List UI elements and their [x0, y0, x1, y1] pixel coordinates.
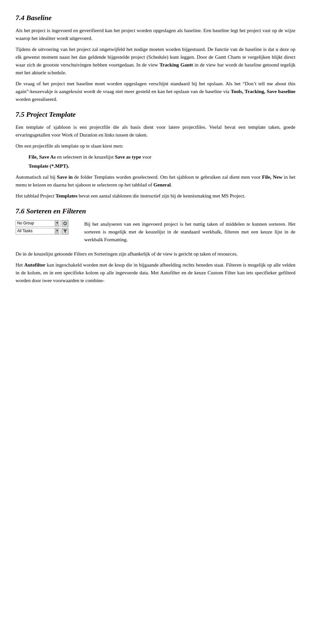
no-group-dropdown-arrow[interactable]: ▼ [55, 221, 59, 226]
s75-para2: Om een projectfile als template op te sl… [16, 142, 295, 150]
indent-block-template: File, Save As en selecteert in de keuzel… [29, 153, 295, 170]
s76-para3: Het Autofilter kan ingeschakeld worden m… [16, 261, 295, 284]
no-group-label: No Group [17, 220, 55, 226]
s76-para2: De in de keuzelijst getoonde Filters en … [16, 250, 295, 258]
plus-icon [63, 221, 67, 225]
no-group-combobox[interactable]: No Group ▼ [16, 220, 61, 227]
funnel-icon [63, 229, 67, 233]
all-tasks-combobox[interactable]: All Tasks ▼ [16, 228, 61, 234]
tracking-gantt-label: Tracking Gantt [159, 62, 193, 67]
tools-tracking-save-label: Tools, Tracking, Save baseline [231, 89, 295, 94]
section-75-heading: 7.5 Project Template [16, 109, 295, 120]
no-group-row: No Group ▼ [16, 220, 80, 227]
all-tasks-row: All Tasks ▼ [16, 228, 80, 234]
no-group-add-button[interactable] [62, 220, 68, 227]
grouped-section-76: No Group ▼ All Tasks ▼ [16, 220, 295, 247]
filter-icon-button[interactable] [62, 228, 68, 234]
section-76-heading: 7.6 Sorteren en Filteren [16, 206, 295, 217]
s75-para1: Een template of sjabloon is een projectf… [16, 123, 295, 139]
indent-line2: Template (*.MPT). [29, 162, 295, 170]
all-tasks-dropdown-arrow[interactable]: ▼ [55, 228, 59, 234]
s75-para4: Het tabblad Project Templates bevat een … [16, 192, 295, 200]
svg-marker-3 [63, 230, 67, 233]
indent-line1: File, Save As en selecteert in de keuzel… [29, 153, 295, 161]
s74-para3: De vraag of het project met baseline moe… [16, 80, 295, 103]
section-74-heading: 7.4 Baseline [16, 12, 295, 23]
s74-para1: Als het project is ingevoerd en geverifi… [16, 27, 295, 42]
all-tasks-label: All Tasks [17, 228, 55, 234]
s76-para1: Bij het analyseren van een ingevoerd pro… [84, 220, 295, 244]
s75-para3: Automatisch zal bij Save in de folder Te… [16, 173, 295, 189]
s76-text-column: Bij het analyseren van een ingevoerd pro… [84, 220, 295, 247]
s74-para2: Tijdens de uitvoering van het project za… [16, 45, 295, 77]
filter-sort-widgets: No Group ▼ All Tasks ▼ [16, 220, 80, 234]
